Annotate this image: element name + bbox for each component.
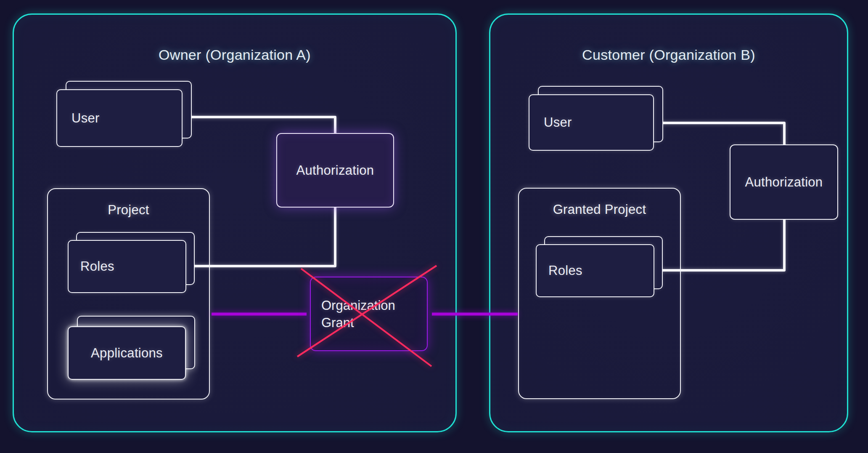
owner-panel-title: Owner (Organization A) bbox=[14, 47, 455, 63]
customer-user-card: User bbox=[529, 94, 654, 151]
owner-authorization-box: Authorization bbox=[276, 133, 394, 208]
owner-applications-label: Applications bbox=[91, 346, 163, 361]
organization-grant-label: Organization Grant bbox=[321, 297, 412, 331]
customer-roles-card: Roles bbox=[536, 244, 654, 297]
granted-project-title: Granted Project bbox=[519, 202, 680, 217]
owner-user-card: User bbox=[56, 89, 183, 147]
owner-user-label: User bbox=[71, 111, 100, 126]
owner-roles-card: Roles bbox=[68, 240, 186, 293]
project-title: Project bbox=[48, 203, 209, 218]
customer-panel-title: Customer (Organization B) bbox=[490, 47, 847, 63]
owner-authorization-label: Authorization bbox=[296, 163, 374, 178]
customer-roles-label: Roles bbox=[548, 263, 582, 278]
customer-authorization-label: Authorization bbox=[745, 175, 823, 190]
diagram-canvas: Owner (Organization A) Customer (Organiz… bbox=[0, 0, 868, 453]
owner-applications-card: Applications bbox=[68, 326, 186, 380]
customer-user-label: User bbox=[544, 115, 572, 130]
customer-authorization-box: Authorization bbox=[730, 144, 838, 220]
organization-grant-box: Organization Grant bbox=[310, 277, 428, 351]
owner-roles-label: Roles bbox=[80, 259, 114, 274]
